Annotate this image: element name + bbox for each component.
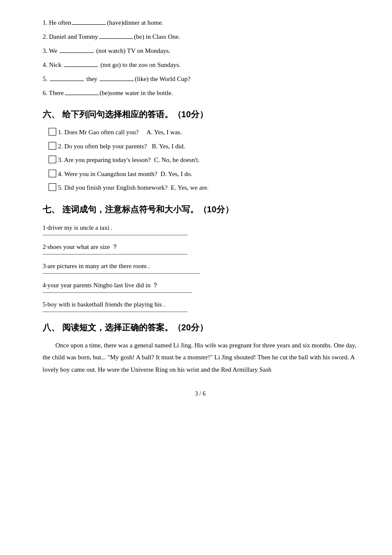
qa-answer-2: B. Yes, I did. <box>149 140 358 153</box>
fill-after-1: (have)dinner at home. <box>107 19 163 26</box>
compose-num-4: 4·your year parents Ningbo last live did… <box>43 282 159 289</box>
qa-num-4: 4. Were you in Cuangzhou last month? <box>58 168 157 180</box>
fill-num-6: 6. There <box>43 90 64 96</box>
compose-num-1: 1·driver my is uncle a taxi . <box>43 224 112 231</box>
fill-blank-4 <box>64 66 98 67</box>
answer-line-2 <box>43 254 187 254</box>
section-8: 八、 阅读短文，选择正确的答案。（20分） Once upon a time, … <box>43 320 358 376</box>
fill-blank-2 <box>99 38 133 39</box>
qa-bracket-3 <box>49 156 56 163</box>
fill-after-4: (not go) to the zoo on Sundays. <box>99 61 181 68</box>
qa-answer-1: A. Yes, I was. <box>141 126 358 139</box>
qa-row-4: 4. Were you in Cuangzhou last month? D. … <box>43 168 358 180</box>
qa-num-5: 5. Did you finish your English homework? <box>58 182 167 194</box>
qa-bracket-4 <box>49 170 56 177</box>
qa-row-5: 5. Did you finish your English homework?… <box>43 182 358 194</box>
compose-row-3: 3·are pictures in many art the there roo… <box>43 260 358 272</box>
section-7: 七、 连词成句，注意标点符号和大小写。（10分） 1·driver my is … <box>43 202 358 312</box>
fill-after-5: (like) the World Cup? <box>135 75 190 82</box>
fill-after-2: (be) in Class One. <box>134 33 180 40</box>
fill-blank-3 <box>60 52 94 53</box>
fill-item-3: 3. We (not watch) TV on Mondays. <box>43 45 358 57</box>
qa-row-1: 1. Does Mr Gao often call you? A. Yes, I… <box>43 126 358 139</box>
compose-num-5: 5·boy with is basketball friends the pla… <box>43 301 165 308</box>
fill-blank-6 <box>65 95 99 95</box>
reading-para: Once upon a time, there was a general na… <box>43 339 358 376</box>
answer-line-1 <box>43 235 187 235</box>
qa-bracket-2 <box>49 142 56 150</box>
fill-item-4: 4. Nick (not go) to the zoo on Sundays. <box>43 59 358 71</box>
compose-section: 1·driver my is uncle a taxi . 2·shoes yo… <box>43 221 358 312</box>
compose-num-2: 2·shoes your what are size ？ <box>43 243 118 250</box>
fill-after-6: (be)some water in the bottle. <box>100 90 173 96</box>
section-8-header: 八、 阅读短文，选择正确的答案。（20分） <box>43 320 358 335</box>
answer-line-3 <box>43 273 200 274</box>
reading-section: Once upon a time, there was a general na… <box>43 339 358 376</box>
fill-blank-5a <box>50 81 84 81</box>
compose-row-1: 1·driver my is uncle a taxi . <box>43 221 358 234</box>
qa-answer-3: C. No, he doesn't. <box>153 154 358 166</box>
fill-blank-5b <box>100 81 134 81</box>
compose-row-4: 4·your year parents Ningbo last live did… <box>43 279 358 292</box>
section-6-header: 六、 给下列问句选择相应的答语。（10分） <box>43 107 358 122</box>
fill-item-6: 6. There(be)some water in the bottle. <box>43 87 358 99</box>
qa-bracket-5 <box>49 183 56 191</box>
fill-num-4: 4. Nick <box>43 61 63 68</box>
fill-blank-1 <box>72 24 106 25</box>
fill-after-3: (not watch) TV on Mondays. <box>95 47 170 54</box>
qa-answer-4: D. Yes, I do. <box>159 168 358 180</box>
qa-row-2: 2. Do you often help your parents? B. Ye… <box>43 140 358 153</box>
qa-section: 1. Does Mr Gao often call you? A. Yes, I… <box>43 126 358 194</box>
fill-num-3: 3. We <box>43 47 59 54</box>
answer-line-4 <box>43 292 192 293</box>
fill-item-5: 5. they (like) the World Cup? <box>43 73 358 85</box>
compose-row-5: 5·boy with is basketball friends the pla… <box>43 298 358 311</box>
answer-line-5 <box>43 312 187 312</box>
qa-row-3: 3. Are you preparing today's lesson? C. … <box>43 154 358 166</box>
fill-num-5: 5. <box>43 75 49 82</box>
section-6: 六、 给下列问句选择相应的答语。（10分） 1. Does Mr Gao oft… <box>43 107 358 194</box>
compose-num-3: 3·are pictures in many art the there roo… <box>43 263 150 269</box>
qa-num-1: 1. Does Mr Gao often call you? <box>58 126 139 139</box>
qa-num-3: 3. Are you preparing today's lesson? <box>58 154 151 166</box>
compose-row-2: 2·shoes your what are size ？ <box>43 240 358 253</box>
page-number: 3 / 6 <box>43 388 358 399</box>
fill-mid-5: they <box>85 75 99 82</box>
fill-in-section: 1. He often(have)dinner at home. 2. Dani… <box>43 17 358 99</box>
fill-num-2: 2. Daniel and Tommy <box>43 33 98 40</box>
fill-num-1: 1. He often <box>43 19 71 26</box>
qa-answer-5: E. Yes, we are. <box>169 182 358 194</box>
fill-item-1: 1. He often(have)dinner at home. <box>43 17 358 29</box>
fill-item-2: 2. Daniel and Tommy(be) in Class One. <box>43 31 358 43</box>
qa-num-2: 2. Do you often help your parents? <box>58 140 147 153</box>
section-7-header: 七、 连词成句，注意标点符号和大小写。（10分） <box>43 202 358 217</box>
qa-bracket-1 <box>49 128 56 136</box>
